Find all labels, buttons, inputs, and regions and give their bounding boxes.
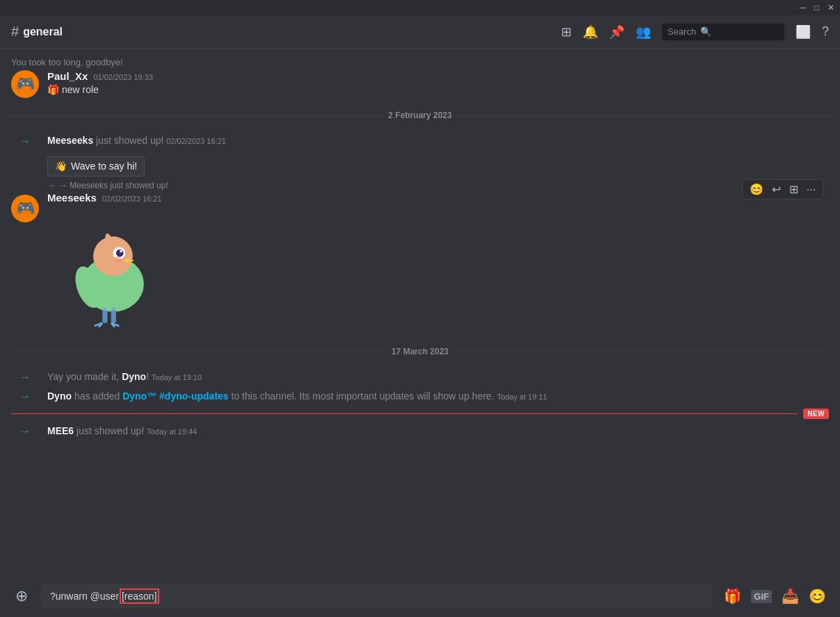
input-area: ⊕ ?unwarn @user [reason] 🎁 GIF 📥 😊 — [0, 575, 840, 617]
pinned-icon[interactable]: 📌 — [609, 24, 624, 40]
input-right-icons: 🎁 GIF 📥 😊 — [721, 588, 829, 604]
meeseeks-message-row: 🎮 → → Meeseeks just showed up! Meeseeks … — [11, 179, 829, 336]
svg-point-20 — [115, 256, 121, 263]
channel-hash-icon: # — [11, 24, 19, 40]
avatar-icon: 🎮 — [16, 199, 35, 217]
svg-rect-8 — [102, 311, 107, 313]
svg-rect-14 — [111, 320, 116, 322]
system-text-dyno-welcome: Yay you made it, Dyno! Today at 19:10 — [47, 370, 202, 384]
add-reaction-button[interactable]: 😊 — [747, 181, 766, 197]
system-row-meeseeks-join: → Meeseeks just showed up! 02/02/2023 16… — [11, 131, 829, 179]
members-icon[interactable]: 👥 — [636, 24, 651, 40]
search-icon: 🔍 — [700, 26, 711, 37]
system-timestamp: 02/02/2023 16:21 — [166, 137, 226, 145]
system-arrow-icon: → — [11, 371, 39, 384]
svg-point-3 — [116, 249, 124, 257]
emoji-icon[interactable]: 😊 — [809, 588, 826, 604]
dyno-name: Dyno — [47, 390, 72, 402]
new-divider: NEW — [11, 409, 829, 419]
new-badge: NEW — [803, 409, 829, 419]
add-to-thread-button[interactable]: ⊞ — [786, 181, 801, 197]
svg-rect-9 — [102, 315, 107, 318]
gift-icon[interactable]: 🎁 — [724, 588, 741, 604]
system-row-dyno-added: → Dyno has added Dyno™ #dyno-updates to … — [11, 387, 829, 406]
svg-rect-13 — [111, 315, 116, 318]
message-row: 🎮 Paul_Xx 01/02/2023 19:33 🎁 new role — [11, 69, 829, 99]
system-text: Meeseeks just showed up! 02/02/2023 16:2… — [47, 134, 226, 176]
hover-actions: 😊 ↩ ⊞ ··· — [742, 179, 823, 199]
svg-point-4 — [120, 250, 122, 253]
avatar-icon: 🎮 — [16, 75, 35, 93]
notifications-icon[interactable]: 🔔 — [583, 24, 598, 40]
bird-svg — [54, 216, 165, 327]
username: Meeseeks — [47, 192, 97, 204]
search-bar[interactable]: Search 🔍 — [662, 24, 784, 40]
channel-header: # general ⊞ 🔔 📌 👥 Search 🔍 ⬜ ? — [0, 15, 840, 49]
svg-rect-10 — [102, 320, 107, 322]
maximize-button[interactable]: □ — [814, 3, 819, 13]
svg-rect-12 — [111, 311, 116, 313]
reply-button[interactable]: ↩ — [769, 181, 784, 197]
add-content-button[interactable]: ⊕ — [11, 587, 32, 605]
sticker-icon[interactable]: 📥 — [782, 588, 799, 604]
system-arrow-icon: → — [11, 390, 39, 403]
dyno-channel-mention: Dyno™ #dyno-updates — [122, 390, 228, 402]
gif-button[interactable]: GIF — [751, 590, 772, 603]
dyno-added-timestamp: Today at 19:11 — [497, 393, 547, 401]
timestamp: 01/02/2023 19:33 — [93, 73, 153, 81]
message-input[interactable]: ?unwarn @user [reason] — [40, 584, 713, 609]
system-row-dyno-welcome: → Yay you made it, Dyno! Today at 19:10 — [11, 368, 829, 387]
username: Paul_Xx — [47, 70, 88, 82]
message-text: 🎁 new role — [47, 83, 829, 97]
dyno-welcome-timestamp: Today at 19:10 — [152, 373, 202, 381]
system-mention: Meeseeks — [47, 135, 93, 146]
messages-area: You took too long, goodbye! 🎮 Paul_Xx 01… — [0, 49, 840, 575]
svg-point-1 — [93, 237, 133, 277]
new-divider-line — [11, 413, 798, 414]
avatar: 🎮 — [11, 195, 39, 222]
date-divider: 2 February 2023 — [11, 110, 829, 120]
inbox-icon[interactable]: ⬜ — [795, 24, 811, 40]
system-text-dyno-added: Dyno has added Dyno™ #dyno-updates to th… — [47, 390, 547, 404]
timestamp: 02/02/2023 16:21 — [102, 195, 162, 203]
threads-icon[interactable]: ⊞ — [561, 24, 572, 40]
system-arrow-icon: → — [11, 135, 39, 147]
system-arrow-icon: → — [11, 425, 39, 438]
mee6-mention: MEE6 — [47, 425, 74, 436]
input-text: ?unwarn @user [reason] — [50, 591, 157, 602]
avatar: 🎮 — [11, 70, 39, 98]
message-content: → → Meeseeks just showed up! Meeseeks 02… — [47, 181, 829, 334]
mee6-timestamp: Today at 19:44 — [147, 427, 197, 436]
search-bar-text: Search — [668, 26, 696, 37]
date-divider-2: 17 March 2023 — [11, 347, 829, 356]
title-bar: ─ □ ✕ — [0, 0, 840, 15]
reply-reference: → → Meeseeks just showed up! — [47, 181, 829, 190]
help-icon[interactable]: ? — [822, 24, 829, 39]
old-message: You took too long, goodbye! — [11, 54, 829, 69]
minimize-button[interactable]: ─ — [800, 3, 806, 13]
system-row-mee6: → MEE6 just showed up! Today at 19:44 — [11, 422, 829, 441]
close-button[interactable]: ✕ — [827, 3, 834, 13]
wave-button[interactable]: 👋 Wave to say hi! — [47, 156, 145, 177]
channel-name-text: general — [23, 26, 63, 38]
message-content: Paul_Xx 01/02/2023 19:33 🎁 new role — [47, 70, 829, 97]
more-actions-button[interactable]: ··· — [804, 182, 818, 197]
bird-image — [47, 209, 172, 334]
ref-text: → Meeseeks just showed up! — [59, 181, 168, 190]
header-icons: ⊞ 🔔 📌 👥 Search 🔍 ⬜ ? — [561, 24, 829, 40]
system-text-mee6: MEE6 just showed up! Today at 19:44 — [47, 425, 197, 438]
channel-name: # general — [11, 24, 63, 40]
dyno-mention: Dyno — [122, 371, 146, 382]
